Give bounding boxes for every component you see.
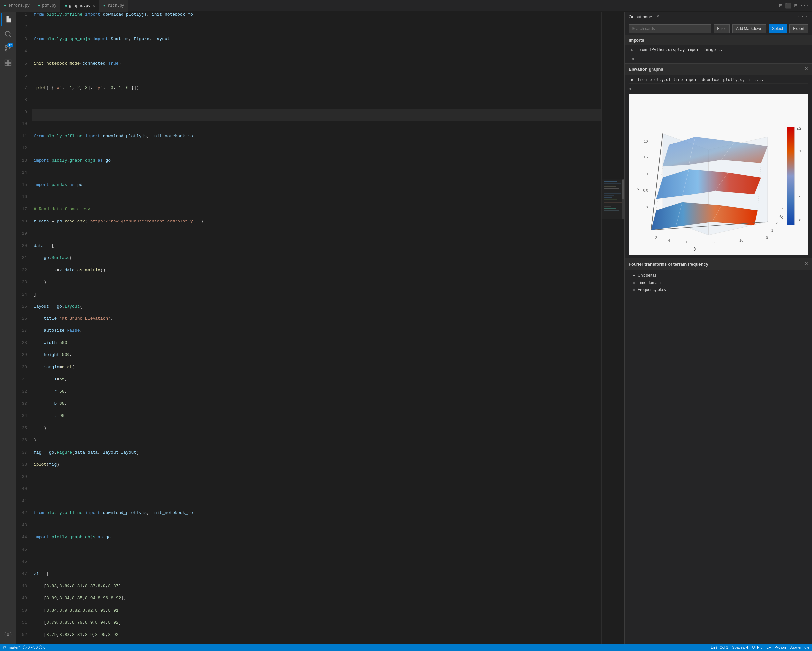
run-elevation-icon: ▶ [631,77,633,82]
code-line-46: 46 [16,558,601,571]
branch-icon [3,645,6,649]
elevation-code-item[interactable]: ▶ from plotly.offline import download_pl… [629,76,808,84]
close-elevation-icon[interactable]: × [805,66,808,72]
z-tick-10: 10 [644,139,648,143]
code-line-45: 45 [16,546,601,558]
z-axis-label: z [635,188,640,190]
select-button[interactable]: Select [769,24,787,33]
elevation-collapse-row[interactable]: ◀ [625,85,812,91]
output-scroll[interactable]: Imports ▶ from IPython.display import Im… [625,35,812,644]
editor-area: 1 from plotly.offline import download_pl… [16,12,812,644]
more-output-icon[interactable]: ··· [798,14,808,20]
settings-activity-icon[interactable] [1,628,14,641]
code-line-17: 17 # Read data from a csv [16,206,601,218]
colorbar-label-8-9: 8.9 [797,195,801,199]
code-line-42: 42 from plotly.offline import download_p… [16,510,601,522]
tab-errors[interactable]: ● errors.py [0,0,34,12]
fourier-section: Fourier transforms of terrain frequency … [625,258,812,296]
encoding-indicator[interactable]: UTF-8 [752,645,762,649]
code-line-24: 24 ] [16,291,601,303]
code-line-10: 10 [16,121,601,133]
tab-pdf[interactable]: ● pdf.py [34,0,61,12]
code-line-30: 30 margin=dict( [16,364,601,376]
code-line-9: 9 [16,109,601,121]
status-bar: master* 0 0 0 Ln 9, Col 1 Spaces: 4 UTF-… [0,644,812,651]
code-line-35: 35 ) [16,425,601,437]
svg-rect-8 [8,63,11,66]
branch-status[interactable]: master* [3,645,20,649]
fourier-item-2: Time domain [638,279,808,287]
tab-actions: ⊟ ⬛ ⊞ ··· [777,2,812,9]
z-tick-8-5: 8.5 [643,189,648,192]
code-editor[interactable]: 1 from plotly.offline import download_pl… [16,12,601,644]
code-line-12: 12 [16,145,601,157]
code-line-31: 31 l=65, [16,376,601,388]
tab-label: pdf.py [42,3,56,8]
code-line-2: 2 [16,24,601,36]
spaces-indicator[interactable]: Spaces: 4 [732,645,748,649]
code-line-28: 28 width=500, [16,340,601,352]
code-line-41: 41 [16,498,601,510]
x-axis-label: x [781,215,783,220]
code-line-49: 49 [8.89,8.94,8.85,8.94,8.96,8.92], [16,595,601,607]
code-line-34: 34 t=90 [16,413,601,425]
code-line-25: 25 layout = go.Layout( [16,303,601,316]
code-line-33: 33 b=65, [16,401,601,413]
add-markdown-button[interactable]: Add Markdown [732,24,766,33]
code-line-20: 20 data = [ [16,242,601,255]
close-fourier-icon[interactable]: × [805,261,808,267]
export-button[interactable]: Export [789,24,808,33]
z-tick-8: 8 [646,205,648,209]
tab-rich[interactable]: ● rich.py [99,0,129,12]
tab-graphs[interactable]: ● graphs.py × [61,0,99,12]
source-control-activity-icon[interactable]: 12 [1,42,14,55]
code-line-40: 40 [16,486,601,498]
code-line-22: 22 z=z_data.as_matrix() [16,267,601,279]
branch-name: master* [8,645,20,649]
language-indicator[interactable]: Python [774,645,786,649]
close-output-icon[interactable]: × [656,14,659,20]
code-line-32: 32 r=50, [16,388,601,401]
svg-rect-23 [622,180,624,200]
maximize-icon[interactable]: ⬛ [785,2,792,9]
layout-icon[interactable]: ⊞ [794,2,798,9]
elevation-card: Elevation graphs × ▶ from plotly.offline… [625,64,812,258]
imports-item-1[interactable]: ▶ from IPython.display import Image... [625,46,812,54]
search-activity-icon[interactable] [1,27,14,41]
y-tick-6: 6 [686,240,688,244]
surface-plot: z 10 9.5 9 8.5 8 [629,94,808,255]
code-line-14: 14 [16,169,601,182]
code-line-36: 36 ) [16,437,601,449]
cursor-position[interactable]: Ln 9, Col 1 [711,645,728,649]
filter-button[interactable]: Filter [714,24,730,33]
close-tab-icon[interactable]: × [92,3,95,9]
code-line-29: 29 height=500, [16,352,601,364]
fourier-header: Fourier transforms of terrain frequency … [625,258,812,270]
imports-item-2[interactable]: ◀ [625,54,812,63]
svg-point-9 [7,634,9,636]
line-ending-indicator[interactable]: LF [766,645,771,649]
code-line-37: 37 fig = go.Figure(data=data, layout=lay… [16,449,601,462]
jupyter-status[interactable]: Jupyter: idle [790,645,809,649]
errors-status[interactable]: 0 0 0 [23,645,46,649]
files-activity-icon[interactable] [1,13,14,26]
code-line-43: 43 [16,522,601,534]
svg-point-3 [5,49,7,51]
output-pane-header: Output pane × ··· [625,12,812,22]
extensions-activity-icon[interactable] [1,56,14,69]
status-right: Ln 9, Col 1 Spaces: 4 UTF-8 LF Python Ju… [711,645,809,649]
source-control-badge: 12 [7,43,13,47]
x-tick-1: 1 [771,229,774,232]
python-icon: ● [64,4,67,8]
minimap[interactable] [601,12,624,644]
code-line-11: 11 from plotly.offline import download_p… [16,133,601,145]
code-line-44: 44 import plotly.graph_objs as go [16,534,601,546]
search-cards-input[interactable] [629,24,711,33]
output-pane: Output pane × ··· Filter Add Markdown Se… [624,12,812,644]
svg-rect-5 [5,60,8,63]
code-line-7: 7 iplot([{"x": [1, 2, 3], "y": [3, 1, 6]… [16,85,601,97]
elevation-graphs-title: Elevation graphs [629,67,663,72]
more-actions-icon[interactable]: ··· [800,3,809,9]
tab-label: rich.py [108,3,124,8]
split-editor-icon[interactable]: ⊟ [779,2,782,9]
